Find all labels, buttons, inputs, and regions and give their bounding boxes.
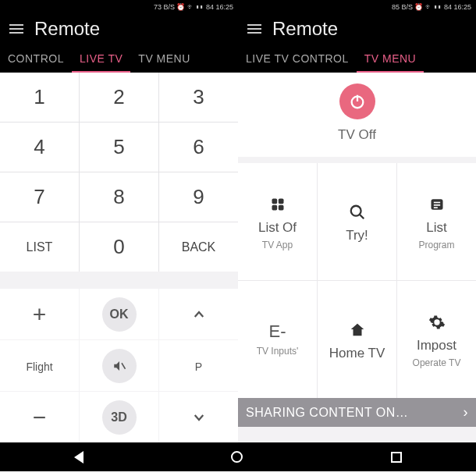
chevron-right-icon: › xyxy=(464,404,469,421)
channel-up-button[interactable] xyxy=(159,289,238,339)
app-title-right: Remote xyxy=(272,18,338,40)
sharing-banner[interactable]: SHARING CONTENT ON… › xyxy=(238,398,476,427)
tile-settings[interactable]: Impost Operate TV xyxy=(397,281,476,398)
tabs-right: LIVE TV CONTROL TV MENU xyxy=(238,44,476,73)
status-bar-left: 73 B/S ⏰ ᯤ ▮▮ 84 16:25 xyxy=(0,0,238,14)
control-grid: + OK Flight P − 3D xyxy=(0,289,238,442)
svg-point-7 xyxy=(350,205,361,215)
nav-recent[interactable] xyxy=(391,452,402,463)
key-0[interactable]: 0 xyxy=(80,222,158,272)
tab-tv-menu[interactable]: TV MENU xyxy=(130,46,198,73)
key-1[interactable]: 1 xyxy=(0,73,79,122)
tab-control[interactable]: CONTROL xyxy=(0,46,72,73)
system-nav-bar xyxy=(0,442,476,471)
tile-program-list[interactable]: List Program xyxy=(397,163,476,280)
key-6[interactable]: 6 xyxy=(159,123,238,172)
home-icon xyxy=(346,318,369,342)
key-8[interactable]: 8 xyxy=(80,172,158,222)
channel-down-button[interactable] xyxy=(159,392,238,442)
3d-button[interactable]: 3D xyxy=(80,392,158,442)
svg-line-8 xyxy=(359,214,364,218)
list-icon xyxy=(425,193,449,216)
flight-label: Flight xyxy=(0,340,79,391)
key-back[interactable]: BACK xyxy=(159,222,238,272)
power-label: TV Off xyxy=(238,127,476,143)
tabs-left: CONTROL LIVE TV TV MENU xyxy=(0,44,238,73)
tab-tv-menu[interactable]: TV MENU xyxy=(357,46,424,73)
search-icon xyxy=(346,201,369,224)
key-list[interactable]: LIST xyxy=(0,222,79,272)
screen-left: 73 B/S ⏰ ᯤ ▮▮ 84 16:25 Remote CONTROL LI… xyxy=(0,0,238,442)
menu-icon[interactable] xyxy=(247,24,261,34)
numeric-keypad: 1 2 3 4 5 6 7 8 9 LIST 0 BACK xyxy=(0,73,238,272)
key-2[interactable]: 2 xyxy=(80,73,158,122)
tile-inputs[interactable]: E- TV Inputs' xyxy=(238,281,317,398)
app-bar-left: Remote xyxy=(0,14,238,44)
volume-down-button[interactable]: − xyxy=(0,392,79,442)
power-icon xyxy=(349,93,366,110)
tab-live-tv-control[interactable]: LIVE TV CONTROL xyxy=(238,46,357,73)
svg-rect-5 xyxy=(272,205,277,211)
tab-live-tv[interactable]: LIVE TV xyxy=(72,46,130,73)
svg-line-0 xyxy=(122,363,126,369)
key-9[interactable]: 9 xyxy=(159,172,238,222)
power-button[interactable] xyxy=(339,83,375,119)
svg-rect-4 xyxy=(278,199,283,204)
volume-up-button[interactable]: + xyxy=(0,289,79,339)
app-title-left: Remote xyxy=(34,18,100,40)
nav-home[interactable] xyxy=(231,451,243,463)
svg-rect-3 xyxy=(272,199,277,204)
key-7[interactable]: 7 xyxy=(0,172,79,222)
program-label: P xyxy=(159,340,238,391)
ok-button[interactable]: OK xyxy=(80,289,158,339)
tile-app-list[interactable]: List Of TV App xyxy=(238,163,317,280)
chevron-up-icon xyxy=(192,307,206,321)
svg-rect-6 xyxy=(278,205,283,211)
chevron-down-icon xyxy=(192,410,206,424)
app-bar-right: Remote xyxy=(238,14,476,44)
mute-button[interactable] xyxy=(80,340,158,391)
menu-grid-1: List Of TV App Try! List Program xyxy=(238,163,476,398)
status-bar-right: 85 B/S ⏰ ᯤ ▮▮ 84 16:25 xyxy=(238,0,476,14)
screen-right: 85 B/S ⏰ ᯤ ▮▮ 84 16:25 Remote LIVE TV CO… xyxy=(238,0,476,442)
grid-icon xyxy=(266,193,290,216)
key-3[interactable]: 3 xyxy=(159,73,238,122)
menu-icon[interactable] xyxy=(9,24,23,34)
tile-home[interactable]: Home TV xyxy=(318,281,396,398)
tile-try[interactable]: Try! xyxy=(318,163,396,280)
key-4[interactable]: 4 xyxy=(0,123,79,172)
gear-icon xyxy=(425,311,449,334)
nav-back[interactable] xyxy=(74,451,83,464)
mute-icon xyxy=(112,359,126,373)
key-5[interactable]: 5 xyxy=(80,123,158,172)
banner-text: SHARING CONTENT ON… xyxy=(246,406,408,420)
power-section: TV Off xyxy=(238,73,476,157)
